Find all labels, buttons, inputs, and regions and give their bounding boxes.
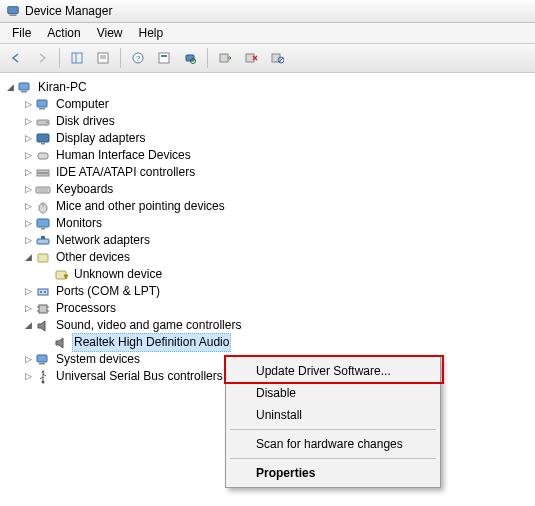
svg-rect-51 bbox=[39, 363, 45, 365]
expand-icon[interactable]: ▷ bbox=[22, 184, 34, 196]
properties-button[interactable] bbox=[91, 46, 115, 70]
context-menu: Update Driver Software... Disable Uninst… bbox=[225, 356, 441, 488]
tree-item[interactable]: ▷ Human Interface Devices bbox=[22, 147, 531, 164]
expand-icon[interactable]: ▷ bbox=[22, 167, 34, 179]
disable-button[interactable] bbox=[265, 46, 289, 70]
tree-item-sound[interactable]: ◢ Sound, video and game controllers bbox=[22, 317, 531, 334]
action-button[interactable] bbox=[152, 46, 176, 70]
monitor-icon bbox=[35, 216, 51, 232]
collapse-icon[interactable]: ◢ bbox=[4, 82, 16, 94]
tree-item[interactable]: ▷ Display adapters bbox=[22, 130, 531, 147]
update-driver-button[interactable] bbox=[213, 46, 237, 70]
tree-item-other-devices[interactable]: ◢ Other devices bbox=[22, 249, 531, 266]
svg-rect-35 bbox=[41, 228, 45, 230]
context-properties[interactable]: Properties bbox=[228, 462, 438, 484]
menu-help[interactable]: Help bbox=[131, 24, 172, 42]
device-tree[interactable]: ◢ Kiran-PC ▷ Computer ▷ Disk drives ▷ Di… bbox=[0, 73, 535, 391]
unknown-icon: ! bbox=[53, 267, 69, 283]
root-children: ▷ Computer ▷ Disk drives ▷ Display adapt… bbox=[4, 96, 531, 385]
app-icon bbox=[6, 4, 20, 18]
svg-rect-29 bbox=[36, 187, 50, 193]
tree-item[interactable]: ▷ IDE ATA/ATAPI controllers bbox=[22, 164, 531, 181]
tree-item[interactable]: ▷ Network adapters bbox=[22, 232, 531, 249]
help-button[interactable]: ? bbox=[126, 46, 150, 70]
svg-rect-38 bbox=[38, 254, 48, 262]
svg-rect-14 bbox=[246, 54, 254, 62]
disk-icon bbox=[35, 114, 51, 130]
tree-item[interactable]: ▷ Keyboards bbox=[22, 181, 531, 198]
toolbar-separator bbox=[207, 48, 208, 68]
svg-rect-18 bbox=[19, 83, 29, 90]
toolbar-separator bbox=[59, 48, 60, 68]
expand-icon[interactable]: ▷ bbox=[22, 235, 34, 247]
svg-rect-13 bbox=[220, 54, 228, 62]
context-update-driver[interactable]: Update Driver Software... bbox=[228, 360, 438, 382]
collapse-icon[interactable]: ◢ bbox=[22, 252, 34, 264]
context-scan[interactable]: Scan for hardware changes bbox=[228, 433, 438, 455]
svg-rect-0 bbox=[8, 7, 19, 14]
tree-item[interactable]: ▷ Disk drives bbox=[22, 113, 531, 130]
svg-rect-37 bbox=[41, 236, 45, 239]
svg-rect-19 bbox=[21, 91, 27, 93]
svg-rect-2 bbox=[72, 53, 82, 63]
tree-item-unknown-device[interactable]: ! Unknown device bbox=[40, 266, 531, 283]
svg-rect-10 bbox=[161, 55, 167, 57]
uninstall-button[interactable] bbox=[239, 46, 263, 70]
toolbar: ? bbox=[0, 44, 535, 73]
svg-rect-1 bbox=[10, 15, 17, 16]
svg-point-43 bbox=[40, 291, 42, 293]
menu-bar: File Action View Help bbox=[0, 23, 535, 44]
menu-file[interactable]: File bbox=[4, 24, 39, 42]
display-icon bbox=[35, 131, 51, 147]
menu-view[interactable]: View bbox=[89, 24, 131, 42]
hid-icon bbox=[35, 148, 51, 164]
collapse-icon[interactable]: ◢ bbox=[22, 320, 34, 332]
svg-rect-42 bbox=[38, 289, 48, 295]
svg-rect-25 bbox=[41, 143, 45, 145]
title-bar: Device Manager bbox=[0, 0, 535, 23]
tree-root[interactable]: ◢ Kiran-PC bbox=[4, 79, 531, 96]
svg-text:!: ! bbox=[65, 273, 66, 279]
svg-rect-36 bbox=[37, 239, 49, 244]
menu-action[interactable]: Action bbox=[39, 24, 88, 42]
network-icon bbox=[35, 233, 51, 249]
svg-rect-34 bbox=[37, 219, 49, 227]
scan-button[interactable] bbox=[178, 46, 202, 70]
expand-icon[interactable]: ▷ bbox=[22, 218, 34, 230]
sound-icon bbox=[53, 335, 69, 351]
svg-rect-24 bbox=[37, 134, 49, 142]
back-button[interactable] bbox=[4, 46, 28, 70]
svg-rect-9 bbox=[159, 53, 169, 63]
mouse-icon bbox=[35, 199, 51, 215]
sound-icon bbox=[35, 318, 51, 334]
tree-item[interactable]: ▷ Computer bbox=[22, 96, 531, 113]
expand-icon[interactable]: ▷ bbox=[22, 303, 34, 315]
keyboard-icon bbox=[35, 182, 51, 198]
svg-rect-26 bbox=[38, 153, 48, 159]
tree-item[interactable]: ▷ Ports (COM & LPT) bbox=[22, 283, 531, 300]
svg-rect-11 bbox=[186, 55, 194, 61]
other-icon bbox=[35, 250, 51, 266]
context-disable[interactable]: Disable bbox=[228, 382, 438, 404]
expand-icon[interactable]: ▷ bbox=[22, 150, 34, 162]
expand-icon[interactable]: ▷ bbox=[22, 354, 34, 366]
svg-rect-21 bbox=[39, 108, 45, 110]
expand-icon[interactable]: ▷ bbox=[22, 286, 34, 298]
expand-icon[interactable]: ▷ bbox=[22, 116, 34, 128]
tree-item[interactable]: ▷ Processors bbox=[22, 300, 531, 317]
tree-item[interactable]: ▷ Monitors bbox=[22, 215, 531, 232]
tree-item[interactable]: ▷ Mice and other pointing devices bbox=[22, 198, 531, 215]
svg-rect-45 bbox=[39, 305, 47, 313]
context-uninstall[interactable]: Uninstall bbox=[228, 404, 438, 426]
tree-item-realtek-audio[interactable]: Realtek High Definition Audio bbox=[40, 334, 531, 351]
forward-button[interactable] bbox=[30, 46, 54, 70]
ports-icon bbox=[35, 284, 51, 300]
expand-icon[interactable]: ▷ bbox=[22, 99, 34, 111]
expand-icon[interactable]: ▷ bbox=[22, 371, 34, 383]
computer-icon bbox=[35, 97, 51, 113]
show-hide-tree-button[interactable] bbox=[65, 46, 89, 70]
usb-icon bbox=[35, 369, 51, 385]
expand-icon[interactable]: ▷ bbox=[22, 133, 34, 145]
system-icon bbox=[35, 352, 51, 368]
expand-icon[interactable]: ▷ bbox=[22, 201, 34, 213]
